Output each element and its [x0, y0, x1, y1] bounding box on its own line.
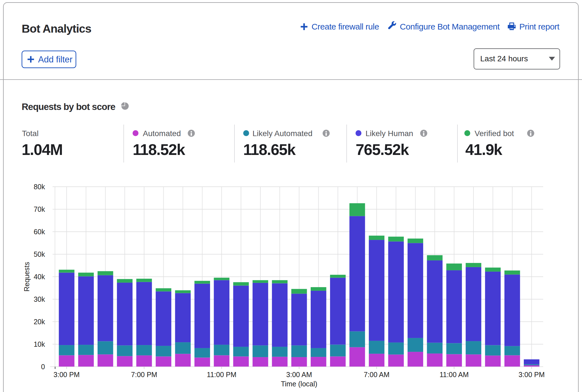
svg-text:11:00 PM: 11:00 PM — [207, 371, 236, 379]
svg-text:70k: 70k — [34, 205, 45, 213]
svg-text:0: 0 — [41, 363, 45, 371]
svg-text:Requests by bot score: Requests by bot score — [22, 102, 116, 112]
svg-text:30k: 30k — [34, 295, 45, 303]
svg-text:3:00 PM: 3:00 PM — [53, 371, 80, 379]
svg-text:11:00 AM: 11:00 AM — [439, 371, 469, 379]
svg-text:Last 24 hours: Last 24 hours — [480, 54, 528, 63]
svg-text:41.9k: 41.9k — [465, 141, 502, 158]
svg-text:Likely Human: Likely Human — [366, 129, 413, 138]
svg-text:3:00 AM: 3:00 AM — [286, 371, 312, 379]
svg-text:7:00 AM: 7:00 AM — [364, 371, 390, 379]
svg-text:Likely Automated: Likely Automated — [252, 129, 312, 138]
svg-text:Print report: Print report — [519, 22, 560, 31]
svg-text:Verified bot: Verified bot — [475, 129, 514, 138]
svg-text:3:00 PM: 3:00 PM — [518, 371, 545, 379]
svg-text:Time (local): Time (local) — [281, 380, 317, 388]
svg-text:Total: Total — [22, 129, 39, 138]
svg-text:Requests: Requests — [23, 262, 31, 292]
svg-text:Configure Bot Management: Configure Bot Management — [400, 22, 500, 31]
svg-text:10k: 10k — [34, 340, 45, 348]
svg-text:7:00 PM: 7:00 PM — [131, 371, 157, 379]
svg-text:118.52k: 118.52k — [133, 141, 185, 158]
svg-text:Automated: Automated — [143, 129, 181, 138]
svg-text:Bot Analytics: Bot Analytics — [22, 22, 91, 35]
svg-text:60k: 60k — [34, 228, 45, 236]
svg-text:40k: 40k — [34, 273, 45, 281]
svg-text:765.52k: 765.52k — [356, 141, 409, 158]
svg-text:50k: 50k — [34, 250, 45, 258]
svg-text:1.04M: 1.04M — [22, 141, 62, 158]
svg-text:Add filter: Add filter — [38, 55, 73, 64]
svg-text:Create firewall rule: Create firewall rule — [312, 22, 379, 31]
svg-text:118.65k: 118.65k — [243, 141, 296, 158]
svg-text:80k: 80k — [34, 183, 45, 191]
svg-text:20k: 20k — [34, 318, 45, 326]
